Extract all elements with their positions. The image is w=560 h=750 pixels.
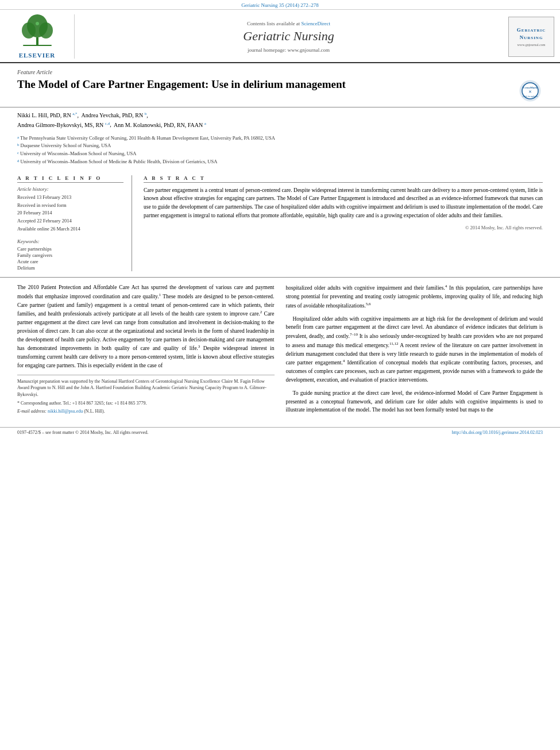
keyword-3: Acute care [17,259,123,264]
article-info-abstract-section: A R T I C L E I N F O Article history: R… [0,170,560,278]
footnotes-area: Manuscript preparation was supported by … [17,375,275,415]
body-para-1: The 2010 Patient Protection and Affordab… [17,283,275,370]
abstract-copyright: © 2014 Mosby, Inc. All rights reserved. [144,225,543,230]
authors-section: Nikki L. Hill, PhD, RN a,*, Andrea Yevch… [0,107,560,132]
page: Geriatric Nursing 35 (2014) 272–278 E [0,0,560,750]
feature-article-label: Feature Article [17,69,543,75]
author-4: Ann M. Kolanowski, PhD, RN, FAAN a [114,122,206,128]
svg-text:CrossMark: CrossMark [523,86,537,89]
affil-d-text: University of Wisconsin–Madison School o… [21,158,218,166]
doi-link[interactable]: http://dx.doi.org/10.1016/j.gerinurse.20… [452,430,543,435]
sciencedirect-link[interactable]: ScienceDirect [302,21,330,26]
top-banner: Geriatric Nursing 35 (2014) 272–278 [0,0,560,10]
gn-logo-subtitle: www.gnjournal.com [517,43,546,47]
email-link[interactable]: nikki.hill@psu.edu [48,409,83,414]
bottom-bar: 0197-4572/$ – see front matter © 2014 Mo… [0,427,560,437]
footnote-manuscript: Manuscript preparation was supported by … [17,378,275,398]
article-title: The Model of Care Partner Engagement: Us… [17,78,511,92]
body-para-right-3: To guide nursing practice at the direct … [286,389,543,414]
sciencedirect-prefix: Contents lists available at [247,21,301,26]
gn-logo-text: GERIATRICNURSING [517,26,546,41]
main-body: The 2010 Patient Protection and Affordab… [0,278,560,425]
abstract-paragraph: Care partner engagement is a central ten… [144,186,543,220]
svg-rect-0 [36,37,38,45]
history-accepted: Accepted 22 February 2014 [17,218,123,225]
svg-point-3 [39,22,53,39]
authors-line: Nikki L. Hill, PhD, RN a,*, Andrea Yevch… [17,111,543,130]
keyword-2: Family caregivers [17,252,123,258]
body-text-right: hospitalized older adults with cognitive… [286,283,543,414]
keyword-1: Care partnerships [17,246,123,252]
body-columns: The 2010 Patient Protection and Affordab… [17,283,543,419]
history-received: Received 13 February 2013 [17,194,123,201]
keywords-label: Keywords: [17,239,123,244]
gn-logo: GERIATRICNURSING www.gnjournal.com [503,14,560,59]
affil-b: b Duquesne University School of Nursing,… [17,142,543,149]
abstract-col: A B S T R A C T Care partner engagement … [144,175,543,271]
svg-text:✕: ✕ [528,90,532,94]
keyword-4: Delirium [17,265,123,271]
journal-title: Geriatric Nursing [243,29,334,44]
footnote-email: E-mail address: nikki.hill@psu.edu (N.L.… [17,408,275,415]
author-3: Andrea Gilmore-Bykovskyi, MS, RN c,d [17,122,110,128]
crossmark-badge: CrossMark ✕ click for updates [517,78,543,103]
svg-text:click for updates: click for updates [522,95,538,98]
affil-c-text: University of Wisconsin–Madison School o… [20,150,136,157]
affiliations: a The Pennsylvania State University Coll… [0,132,560,170]
affil-a-text: The Pennsylvania State University Colleg… [20,134,275,142]
author-1: Nikki L. Hill, PhD, RN a,* [17,112,77,118]
history-revised-label: Received in revised form [17,202,123,209]
journal-homepage: journal homepage: www.gnjournal.com [248,47,330,53]
header-center: Contents lists available at ScienceDirec… [75,14,503,59]
affil-b-text: Duquesne University School of Nursing, U… [21,142,111,149]
body-right-col: hospitalized older adults with cognitive… [286,283,543,419]
email-label: E-mail address: [17,409,47,414]
body-text-left: The 2010 Patient Protection and Affordab… [17,283,275,370]
crossmark-icon: CrossMark ✕ click for updates [519,79,542,102]
author-2: Andrea Yevchak, PhD, RN b [81,112,146,118]
affil-d: d University of Wisconsin–Madison School… [17,158,543,166]
article-header: Feature Article The Model of Care Partne… [0,63,560,107]
footnote-corresponding: * Corresponding author. Tel.: +1 814 867… [17,400,275,407]
issn-text: 0197-4572/$ – see front matter © 2014 Mo… [17,430,148,435]
history-online: Available online 26 March 2014 [17,226,123,233]
article-history-label: Article history: [17,186,123,192]
elsevier-label: ELSEVIER [17,52,57,59]
article-info-col: A R T I C L E I N F O Article history: R… [17,175,132,271]
article-info-header: A R T I C L E I N F O [17,175,123,183]
svg-rect-4 [23,45,52,46]
email-suffix: (N.L. Hill). [84,409,105,414]
svg-point-2 [22,22,36,39]
svg-point-5 [36,22,39,25]
history-revised-date: 20 February 2014 [17,210,123,217]
body-para-right-1: hospitalized older adults with cognitive… [286,283,543,310]
journal-citation: Geriatric Nursing 35 (2014) 272–278 [241,2,318,8]
affil-c: c University of Wisconsin–Madison School… [17,150,543,157]
abstract-text: Care partner engagement is a central ten… [144,186,543,220]
abstract-header: A B S T R A C T [144,175,543,183]
sciencedirect-line: Contents lists available at ScienceDirec… [247,21,330,26]
header-area: ELSEVIER Contents lists available at Sci… [0,10,560,63]
body-left-col: The 2010 Patient Protection and Affordab… [17,283,275,419]
elsevier-tree-icon [17,14,57,49]
elsevier-logo: ELSEVIER [0,14,75,59]
affil-a: a The Pennsylvania State University Coll… [17,134,543,142]
body-para-right-2: Hospitalized older adults with cognitive… [286,315,543,384]
